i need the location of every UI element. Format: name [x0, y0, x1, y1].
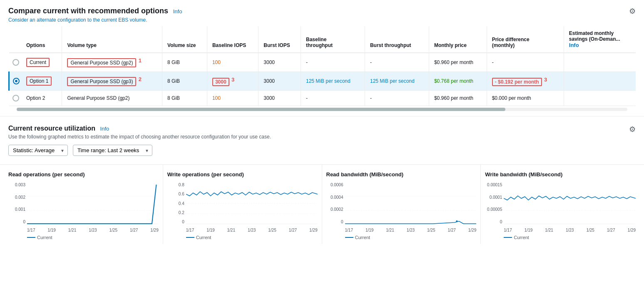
savings-info-link[interactable]: Info: [569, 42, 579, 48]
time-range-select-wrapper: Time range: Last 2 weeks: [73, 145, 152, 156]
legend-label: Current: [196, 235, 211, 240]
baseline-throughput-option2: -: [301, 91, 365, 106]
legend-line: [27, 237, 35, 238]
write-bw-chart-panel: Write bandwidth (MiB/second) 0.00015 0.0…: [481, 165, 640, 244]
col-volume-size: Volume size: [162, 26, 207, 53]
baseline-iops-current: 100: [207, 53, 258, 72]
col-options: Options: [23, 26, 62, 53]
col-price-diff: Price difference(monthly): [487, 26, 564, 53]
read-ops-chart-panel: Read operations (per second) 0.003 0.002…: [4, 165, 163, 244]
monthly-price-option1: $0.768 per month: [429, 72, 487, 91]
est-savings-option2: [564, 91, 636, 106]
volume-type-current: General Purpose SSD (gp2) 1: [62, 53, 162, 72]
legend-line: [345, 237, 353, 238]
svg-point-10: [456, 220, 458, 222]
annotation-2: 2: [139, 76, 142, 82]
read-ops-svg: [27, 183, 159, 224]
col-monthly-price: Monthly price: [429, 26, 487, 53]
baseline-iops-option1: 3000 3: [207, 72, 258, 91]
horizontal-scrollbar[interactable]: [17, 108, 627, 111]
time-range-select[interactable]: Time range: Last 2 weeks: [73, 145, 152, 156]
write-ops-y-axis: 0.8 0.6 0.4 0.2 0: [167, 183, 186, 224]
read-bw-plot: [345, 183, 477, 224]
table-row: Current General Purpose SSD (gp2) 1 8 Gi…: [9, 53, 636, 72]
current-label: Current: [26, 58, 50, 67]
options-cell-option2: Option 2: [23, 91, 62, 106]
statistic-select[interactable]: Statistic: Average: [8, 145, 68, 156]
legend-label: Current: [514, 235, 529, 240]
radio-cell-current[interactable]: [9, 53, 23, 72]
monthly-price-option2: $0.960 per month: [429, 91, 487, 106]
price-diff-option1: - $0.192 per month 3: [487, 72, 564, 91]
settings-icon[interactable]: ⚙: [629, 7, 636, 16]
write-ops-chart-area: 0.8 0.6 0.4 0.2 0: [167, 183, 318, 232]
utilization-info-link[interactable]: Info: [100, 126, 109, 132]
volume-size-current: 8 GiB: [162, 53, 207, 72]
utilization-title: Current resource utilization: [8, 125, 95, 132]
read-ops-x-axis: 1/17 1/19 1/21 1/23 1/25 1/27 1/29: [27, 228, 159, 232]
burst-iops-current: 3000: [259, 53, 301, 72]
burst-iops-option2: 3000: [259, 91, 301, 106]
page-subtitle: Consider an alternate configuration to t…: [8, 17, 636, 23]
page-container: Compare current with recommended options…: [0, 0, 644, 244]
price-diff-option2: $0.000 per month: [487, 91, 564, 106]
volume-type-label-current: General Purpose SSD (gp2): [67, 58, 136, 67]
legend-line: [186, 237, 194, 238]
radio-cell-option2[interactable]: [9, 91, 23, 106]
write-ops-svg: [186, 183, 318, 224]
option1-label: Option 1: [26, 77, 52, 86]
baseline-iops-option2: 100: [207, 91, 258, 106]
price-diff-current: -: [487, 53, 564, 72]
legend-label: Current: [355, 235, 370, 240]
col-burst-throughput: Burst throughput: [365, 26, 429, 53]
radio-button-option2[interactable]: [12, 95, 19, 101]
radio-button-current[interactable]: [12, 59, 19, 66]
write-ops-chart-panel: Write operations (per second) 0.8 0.6 0.…: [163, 165, 322, 244]
annotation-3b: 3: [544, 77, 547, 83]
burst-throughput-current: -: [365, 53, 429, 72]
write-bw-legend: Current: [485, 235, 636, 240]
write-bw-title: Write bandwidth (MiB/second): [485, 171, 636, 178]
burst-throughput-option1: 125 MiB per second: [365, 72, 429, 91]
read-bw-title: Read bandwidth (MiB/second): [326, 171, 477, 178]
table-row: Option 1 General Purpose SSD (gp3) 2 8 G…: [9, 72, 636, 91]
read-ops-title: Read operations (per second): [8, 171, 159, 178]
read-bw-legend: Current: [326, 235, 477, 240]
header-info-link[interactable]: Info: [173, 8, 182, 15]
legend-line: [504, 237, 512, 238]
utilization-section: Current resource utilization Info ⚙ Use …: [0, 116, 644, 160]
scrollbar-thumb[interactable]: [17, 108, 505, 111]
statistic-select-wrapper: Statistic: Average: [8, 145, 68, 156]
utilization-settings-icon[interactable]: ⚙: [629, 125, 636, 134]
write-ops-legend: Current: [167, 235, 318, 240]
charts-row: Read operations (per second) 0.003 0.002…: [0, 164, 644, 244]
col-baseline-throughput: Baselinethroughput: [301, 26, 365, 53]
legend-label: Current: [37, 235, 52, 240]
table-header-row: Options Volume type Volume size Baseline…: [9, 26, 636, 53]
volume-size-option1: 8 GiB: [162, 72, 207, 91]
read-ops-y-axis: 0.003 0.002 0.001 0: [8, 183, 27, 224]
radio-cell-option1[interactable]: [9, 72, 23, 91]
write-bw-svg: [504, 183, 636, 224]
table-row: Option 2 General Purpose SSD (gp2) 8 GiB…: [9, 91, 636, 106]
comparison-table: Options Volume type Volume size Baseline…: [8, 26, 636, 106]
write-ops-x-axis: 1/17 1/19 1/21 1/23 1/25 1/27 1/29: [186, 228, 318, 232]
write-bw-plot: [504, 183, 636, 224]
write-ops-plot: [186, 183, 318, 224]
controls-row: Statistic: Average Time range: Last 2 we…: [8, 145, 636, 156]
read-bw-x-axis: 1/17 1/19 1/21 1/23 1/25 1/27 1/29: [345, 228, 477, 232]
radio-button-option1[interactable]: [13, 78, 20, 84]
col-baseline-iops: Baseline IOPS: [207, 26, 258, 53]
burst-iops-option1: 3000: [259, 72, 301, 91]
annotation-1: 1: [139, 57, 142, 64]
utilization-subtitle: Use the following graphed metrics to est…: [8, 134, 636, 140]
read-ops-legend: Current: [8, 235, 159, 240]
burst-throughput-option2: -: [365, 91, 429, 106]
col-volume-type: Volume type: [62, 26, 162, 53]
write-bw-chart-area: 0.00015 0.0001 0.00005 0 1/17: [485, 183, 636, 232]
col-est-savings: Estimated monthlysavings (On-Deman...Inf…: [564, 26, 636, 53]
annotation-3a: 3: [231, 77, 234, 83]
col-radio: [9, 26, 23, 53]
write-ops-title: Write operations (per second): [167, 171, 318, 178]
read-bw-y-axis: 0.0006 0.0004 0.0002 0: [326, 183, 345, 224]
